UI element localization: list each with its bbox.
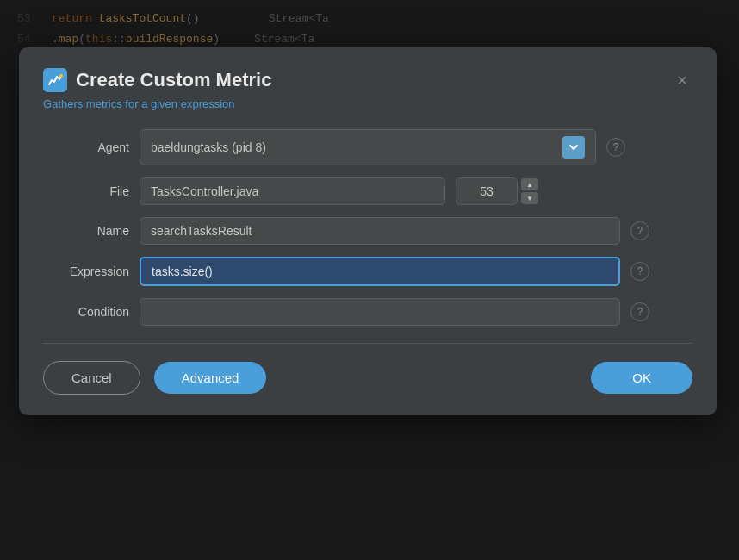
dialog-title-row: Create Custom Metric × [43, 68, 692, 92]
line-number-container: ▲ ▼ [456, 177, 538, 205]
create-custom-metric-dialog: Create Custom Metric × Gathers metrics f… [19, 47, 717, 415]
divider [43, 343, 692, 344]
agent-help-button[interactable]: ? [606, 138, 625, 157]
name-help-button[interactable]: ? [630, 221, 649, 240]
svg-point-0 [59, 74, 63, 78]
file-input[interactable] [140, 177, 445, 205]
metric-icon [43, 68, 67, 92]
line-number-spinner: ▲ ▼ [521, 178, 538, 204]
condition-row: Condition ? [43, 298, 692, 326]
spin-down-button[interactable]: ▼ [521, 192, 538, 204]
agent-label: Agent [43, 140, 129, 154]
expression-row: Expression ? [43, 257, 692, 286]
name-row: Name ? [43, 217, 692, 245]
expression-input[interactable] [140, 257, 620, 286]
file-row: File ▲ ▼ [43, 177, 692, 205]
file-label: File [43, 184, 129, 198]
dialog-title-left: Create Custom Metric [43, 68, 271, 92]
agent-row: Agent baeldungtasks (pid 8) ? [43, 129, 692, 165]
agent-dropdown[interactable]: baeldungtasks (pid 8) [140, 129, 596, 165]
advanced-button[interactable]: Advanced [154, 362, 267, 394]
cancel-button[interactable]: Cancel [43, 361, 140, 395]
condition-label: Condition [43, 305, 129, 319]
dialog-title: Create Custom Metric [76, 69, 271, 91]
expression-help-button[interactable]: ? [630, 262, 649, 281]
ok-button[interactable]: OK [591, 362, 692, 394]
spin-up-button[interactable]: ▲ [521, 178, 538, 190]
dialog-subtitle: Gathers metrics for a given expression [43, 97, 692, 110]
condition-help-button[interactable]: ? [630, 302, 649, 321]
buttons-row: Cancel Advanced OK [43, 361, 692, 395]
expression-label: Expression [43, 264, 129, 278]
line-number-input[interactable] [456, 177, 518, 205]
close-button[interactable]: × [672, 70, 692, 90]
condition-input[interactable] [140, 298, 620, 326]
name-input[interactable] [140, 217, 620, 245]
dropdown-arrow-icon [562, 136, 585, 159]
agent-value: baeldungtasks (pid 8) [151, 140, 266, 154]
name-label: Name [43, 224, 129, 238]
